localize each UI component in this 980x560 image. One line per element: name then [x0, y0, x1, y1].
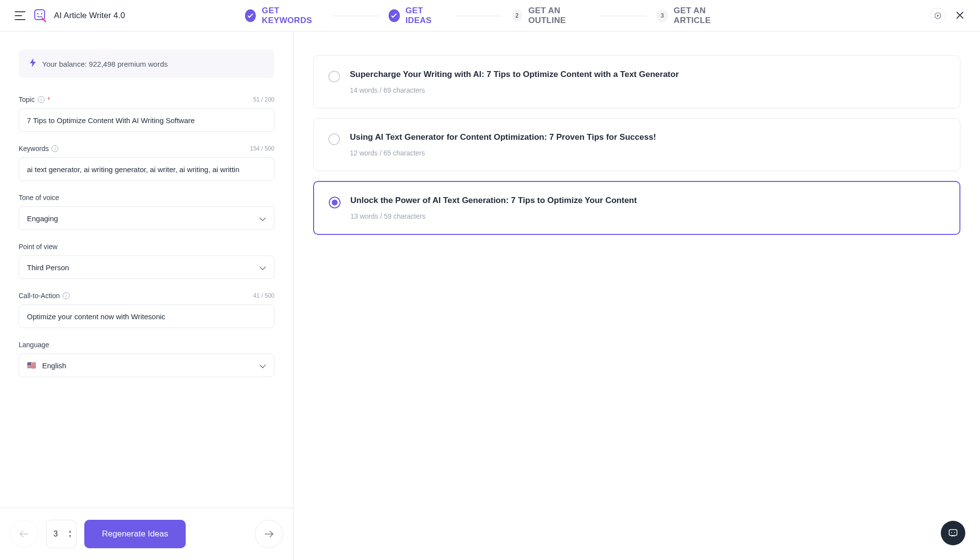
chevron-down-icon — [259, 263, 266, 272]
idea-meta: 13 words / 59 characters — [350, 212, 637, 220]
keywords-group: Keywords i 154 / 500 — [19, 145, 274, 181]
idea-meta: 14 words / 69 characters — [350, 86, 679, 94]
balance-card: Your balance: 922,498 premium words — [19, 50, 274, 78]
stepper-value: 3 — [53, 530, 64, 538]
chat-fab[interactable] — [941, 521, 965, 545]
flag-icon: 🇺🇸 — [27, 361, 36, 370]
radio-checked-icon[interactable] — [329, 197, 341, 208]
check-icon — [245, 9, 256, 22]
svg-point-6 — [954, 532, 955, 533]
topic-label: Topic i * — [19, 96, 50, 103]
info-icon[interactable]: i — [63, 292, 70, 299]
app-logo-icon — [32, 8, 47, 23]
required-mark: * — [48, 96, 50, 103]
menu-icon[interactable] — [15, 11, 25, 20]
pov-group: Point of view Third Person — [19, 243, 274, 279]
header-right — [930, 8, 965, 24]
cta-group: Call-to-Action i 41 / 500 — [19, 292, 274, 328]
step-label: GET IDEAS — [406, 6, 445, 25]
radio-unchecked-icon[interactable] — [328, 133, 340, 145]
step-ideas[interactable]: GET IDEAS — [389, 6, 445, 25]
progress-steps: GET KEYWORDS GET IDEAS 2 GET AN OUTLINE … — [245, 6, 735, 25]
next-button[interactable] — [255, 520, 283, 548]
topic-group: Topic i * 51 / 200 — [19, 96, 274, 132]
language-group: Language 🇺🇸 English — [19, 341, 274, 377]
step-divider — [600, 16, 647, 16]
step-outline[interactable]: 2 GET AN OUTLINE — [512, 6, 590, 25]
app-title: AI Article Writer 4.0 — [54, 11, 125, 21]
pov-value: Third Person — [27, 263, 69, 272]
sidebar: Your balance: 922,498 premium words Topi… — [0, 32, 294, 560]
cta-char-count: 41 / 500 — [253, 292, 274, 299]
info-icon[interactable]: i — [38, 96, 45, 103]
header-left: AI Article Writer 4.0 — [15, 8, 125, 23]
idea-title: Unlock the Power of AI Text Generation: … — [350, 196, 637, 205]
step-keywords[interactable]: GET KEYWORDS — [245, 6, 322, 25]
step-label: GET AN ARTICLE — [674, 6, 735, 25]
content-area: Supercharge Your Writing with AI: 7 Tips… — [294, 32, 980, 560]
idea-title: Using AI Text Generator for Content Opti… — [350, 132, 656, 142]
step-label: GET KEYWORDS — [262, 6, 322, 25]
cta-input[interactable] — [19, 305, 274, 328]
sidebar-content: Your balance: 922,498 premium words Topi… — [0, 32, 293, 508]
idea-card-selected[interactable]: Unlock the Power of AI Text Generation: … — [313, 181, 960, 235]
prev-button[interactable] — [10, 520, 38, 548]
app-header: AI Article Writer 4.0 GET KEYWORDS GET I… — [0, 0, 980, 32]
svg-point-2 — [41, 13, 43, 15]
chevron-down-icon — [259, 214, 266, 223]
close-button[interactable] — [956, 11, 965, 21]
svg-rect-4 — [949, 530, 957, 535]
idea-title: Supercharge Your Writing with AI: 7 Tips… — [350, 70, 679, 79]
language-value: English — [42, 361, 66, 370]
cta-label: Call-to-Action i — [19, 292, 70, 300]
info-icon[interactable]: i — [51, 145, 58, 152]
pov-label: Point of view — [19, 243, 57, 251]
regenerate-button[interactable]: Regenerate Ideas — [84, 520, 186, 548]
svg-point-1 — [37, 13, 39, 15]
main-area: Your balance: 922,498 premium words Topi… — [0, 32, 980, 560]
step-number: 2 — [512, 9, 522, 22]
step-number: 3 — [657, 9, 667, 22]
keywords-label: Keywords i — [19, 145, 58, 153]
play-button[interactable] — [930, 8, 946, 24]
tone-label: Tone of voice — [19, 194, 59, 202]
chevron-down-icon — [259, 361, 266, 370]
svg-point-5 — [951, 532, 952, 533]
check-icon — [389, 9, 399, 22]
step-divider — [455, 16, 502, 16]
balance-text: Your balance: 922,498 premium words — [42, 60, 168, 68]
topic-char-count: 51 / 200 — [253, 96, 274, 103]
sidebar-footer: 3 ▲ ▼ Regenerate Ideas — [0, 508, 293, 560]
bolt-icon — [29, 58, 36, 69]
quantity-stepper[interactable]: 3 ▲ ▼ — [46, 520, 76, 548]
tone-group: Tone of voice Engaging — [19, 194, 274, 230]
language-label: Language — [19, 341, 49, 349]
idea-card[interactable]: Supercharge Your Writing with AI: 7 Tips… — [313, 55, 960, 108]
step-article[interactable]: 3 GET AN ARTICLE — [657, 6, 735, 25]
step-divider — [332, 16, 379, 16]
keywords-input[interactable] — [19, 157, 274, 181]
stepper-up-icon[interactable]: ▲ — [68, 530, 72, 534]
pov-select[interactable]: Third Person — [19, 255, 274, 279]
keywords-char-count: 154 / 500 — [250, 145, 274, 152]
tone-value: Engaging — [27, 214, 58, 223]
idea-card[interactable]: Using AI Text Generator for Content Opti… — [313, 118, 960, 171]
step-label: GET AN OUTLINE — [528, 6, 590, 25]
topic-input[interactable] — [19, 108, 274, 132]
radio-unchecked-icon[interactable] — [328, 71, 340, 82]
stepper-down-icon[interactable]: ▼ — [68, 535, 72, 538]
idea-meta: 12 words / 65 characters — [350, 149, 656, 157]
tone-select[interactable]: Engaging — [19, 206, 274, 230]
language-select[interactable]: 🇺🇸 English — [19, 354, 274, 377]
